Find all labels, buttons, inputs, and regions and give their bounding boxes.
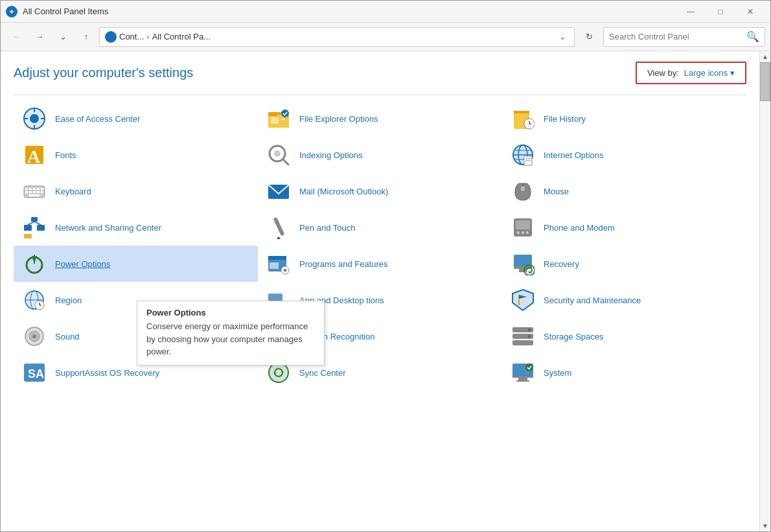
- search-box: 🔍: [603, 27, 765, 47]
- svg-point-24: [274, 150, 281, 157]
- storage-label: Storage Spaces: [544, 332, 604, 341]
- internet-icon: [510, 142, 536, 168]
- svg-rect-44: [41, 191, 43, 193]
- main-window: All Control Panel Items — □ ✕ ← → ⌄ ↑ Co…: [0, 0, 771, 532]
- file-history-label: File History: [544, 114, 586, 124]
- item-internet[interactable]: Internet Options: [502, 137, 746, 173]
- view-by-dropdown[interactable]: Large icons ▾: [684, 68, 735, 78]
- supportassist-icon: SA: [21, 360, 47, 386]
- up-button[interactable]: ↑: [76, 27, 97, 47]
- svg-rect-71: [519, 269, 527, 272]
- item-fonts[interactable]: A Fonts: [14, 137, 258, 173]
- supportassist-label: SupportAssist OS Recovery: [55, 368, 159, 378]
- page-title: Adjust your computer's settings: [14, 65, 193, 80]
- item-keyboard[interactable]: Keyboard: [14, 173, 258, 209]
- svg-point-98: [528, 329, 531, 331]
- svg-rect-107: [512, 376, 533, 378]
- scroll-track[interactable]: [760, 62, 770, 520]
- pen-icon: [266, 214, 292, 240]
- scroll-thumb[interactable]: [760, 62, 770, 101]
- svg-rect-66: [270, 262, 279, 269]
- recovery-icon: [510, 251, 536, 277]
- file-explorer-icon: [266, 106, 292, 132]
- fonts-label: Fonts: [55, 150, 76, 160]
- search-icon[interactable]: 🔍: [746, 30, 759, 43]
- recent-locations-button[interactable]: ⌄: [52, 27, 73, 47]
- address-dropdown-button[interactable]: ⌄: [556, 30, 569, 43]
- security-icon: [510, 287, 536, 313]
- svg-rect-50: [37, 225, 45, 231]
- keyboard-label: Keyboard: [55, 187, 91, 196]
- item-recovery[interactable]: Recovery: [502, 246, 746, 282]
- item-pen-touch[interactable]: Pen and Touch: [258, 209, 502, 246]
- svg-text:A: A: [27, 146, 41, 167]
- item-power[interactable]: Power Options: [14, 246, 258, 282]
- svg-rect-37: [33, 188, 36, 190]
- app-icon: [6, 6, 17, 17]
- item-programs[interactable]: Programs and Features: [258, 246, 502, 282]
- item-mouse[interactable]: Mouse: [502, 173, 746, 209]
- scroll-up-button[interactable]: ▲: [760, 51, 770, 62]
- file-explorer-label: File Explorer Options: [299, 114, 378, 124]
- item-file-history[interactable]: File History: [502, 100, 746, 137]
- fonts-icon: A: [21, 142, 47, 168]
- indexing-label: Indexing Options: [299, 150, 363, 160]
- back-button[interactable]: ←: [6, 27, 27, 47]
- sound-label: Sound: [55, 332, 80, 341]
- refresh-button[interactable]: ↻: [580, 28, 598, 46]
- address-icon: [105, 31, 117, 43]
- tooltip-title: Power Options: [146, 308, 315, 318]
- pen-touch-label: Pen and Touch: [299, 223, 356, 233]
- svg-point-61: [526, 231, 529, 234]
- close-button[interactable]: ✕: [735, 1, 765, 23]
- window-controls: — □ ✕: [676, 1, 765, 23]
- phone-icon: [510, 214, 536, 240]
- maximize-button[interactable]: □: [706, 1, 735, 23]
- svg-rect-12: [281, 119, 285, 120]
- svg-point-60: [522, 231, 524, 234]
- power-options-tooltip: Power Options Conserve energy or maximiz…: [137, 301, 325, 365]
- item-storage[interactable]: Storage Spaces: [502, 318, 746, 354]
- titlebar-left: All Control Panel Items: [6, 6, 108, 17]
- content-divider: [14, 95, 746, 95]
- forward-button[interactable]: →: [29, 27, 50, 47]
- breadcrumb-text: Cont...: [119, 32, 144, 41]
- items-grid: Ease of Access Center: [14, 100, 746, 391]
- ease-access-label: Ease of Access Center: [55, 114, 141, 124]
- network-icon: [21, 214, 47, 240]
- item-system[interactable]: System: [502, 354, 746, 391]
- svg-point-14: [281, 110, 289, 117]
- svg-rect-54: [24, 234, 32, 238]
- content-area: Adjust your computer's settings View by:…: [1, 51, 770, 531]
- item-ease-of-access[interactable]: Ease of Access Center: [14, 100, 258, 137]
- view-by-label: View by:: [647, 68, 679, 78]
- item-phone-modem[interactable]: Phone and Modem: [502, 209, 746, 246]
- svg-line-23: [283, 159, 288, 165]
- minimize-button[interactable]: —: [676, 1, 706, 23]
- item-security[interactable]: Security and Maintenance: [502, 282, 746, 318]
- power-label: Power Options: [55, 259, 110, 269]
- item-indexing[interactable]: Indexing Options: [258, 137, 502, 173]
- recovery-label: Recovery: [544, 259, 579, 269]
- svg-rect-13: [271, 117, 279, 124]
- address-bar[interactable]: Cont... › All Control Pa... ⌄: [99, 27, 575, 47]
- item-mail[interactable]: Mail (Microsoft Outlook): [258, 173, 502, 209]
- network-label: Network and Sharing Center: [55, 223, 161, 233]
- region-icon: [21, 287, 47, 313]
- keyboard-icon: [21, 178, 47, 204]
- security-label: Security and Maintenance: [544, 295, 641, 305]
- scroll-down-button[interactable]: ▼: [760, 520, 770, 531]
- svg-text:SA: SA: [28, 367, 44, 380]
- svg-point-48: [521, 186, 525, 191]
- indexing-icon: [266, 142, 292, 168]
- svg-rect-55: [273, 217, 284, 237]
- sound-icon: [21, 323, 47, 349]
- scrollbar: ▲ ▼: [759, 51, 770, 531]
- mouse-icon: [510, 178, 536, 204]
- programs-label: Programs and Features: [299, 259, 388, 269]
- svg-point-3: [30, 114, 39, 123]
- search-input[interactable]: [609, 32, 744, 41]
- item-file-explorer[interactable]: File Explorer Options: [258, 100, 502, 137]
- item-network[interactable]: Network and Sharing Center: [14, 209, 258, 246]
- window-title: All Control Panel Items: [23, 6, 108, 16]
